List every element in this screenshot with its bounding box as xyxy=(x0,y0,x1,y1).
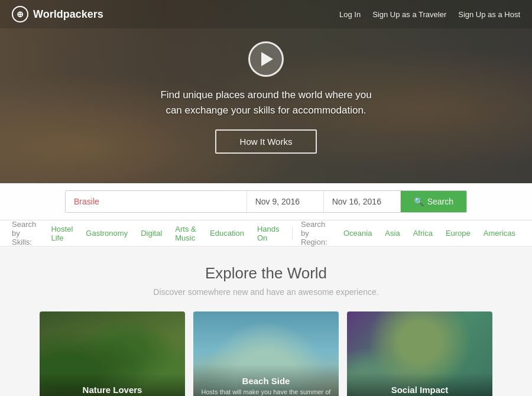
signup-traveler-link[interactable]: Sign Up as a Traveler xyxy=(372,10,446,19)
explore-title: Explore the World xyxy=(12,264,520,283)
card-beach-side[interactable]: Beach Side Hosts that will make you have… xyxy=(193,311,339,396)
logo-text: Worldpackers xyxy=(33,8,103,21)
card-nature-lovers[interactable]: Nature Lovers Breathe the fresh air of c… xyxy=(40,311,185,396)
signup-host-link[interactable]: Sign Up as a Host xyxy=(458,10,520,19)
search-date-start-input[interactable] xyxy=(247,191,324,212)
filter-digital[interactable]: Digital xyxy=(136,229,167,238)
filter-asia[interactable]: Asia xyxy=(380,229,404,238)
filter-arts-music[interactable]: Arts & Music xyxy=(170,225,202,242)
how-it-works-button[interactable]: How It Works xyxy=(215,129,317,154)
hero-tagline: Find unique places around the world wher… xyxy=(160,87,371,118)
filter-gastronomy[interactable]: Gastronomy xyxy=(81,229,132,238)
card-beach-desc: Hosts that will make you have the summer… xyxy=(200,388,332,396)
card-beach-overlay: Beach Side Hosts that will make you have… xyxy=(193,364,339,396)
play-button[interactable] xyxy=(248,41,284,77)
login-link[interactable]: Log In xyxy=(339,10,361,19)
filter-americas[interactable]: Americas xyxy=(479,229,520,238)
explore-subtitle: Discover somewhere new and have an aweso… xyxy=(12,287,520,297)
filter-europe[interactable]: Europe xyxy=(441,229,475,238)
card-grid-row1: Nature Lovers Breathe the fresh air of c… xyxy=(12,311,520,396)
search-button-label: Search xyxy=(427,197,453,206)
header-nav: Log In Sign Up as a Traveler Sign Up as … xyxy=(339,10,520,19)
search-icon: 🔍 xyxy=(414,197,424,206)
skills-label: Search by Skills: xyxy=(12,220,40,246)
explore-section: Explore the World Discover somewhere new… xyxy=(0,246,532,396)
card-social-title: Social Impact xyxy=(354,385,485,395)
search-bar: 🔍 Search xyxy=(65,190,467,213)
card-nature-title: Nature Lovers xyxy=(47,385,178,395)
region-label: Search by Region: xyxy=(301,220,333,246)
filter-education[interactable]: Education xyxy=(205,229,249,238)
filter-africa[interactable]: Africa xyxy=(408,229,437,238)
logo-icon: ⊕ xyxy=(12,6,28,22)
search-location-input[interactable] xyxy=(66,191,247,212)
filter-bar: Search by Skills: Hostel Life Gastronomy… xyxy=(0,220,532,246)
card-social-impact[interactable]: Social Impact Be the change you want to … xyxy=(347,311,492,396)
search-date-end-input[interactable] xyxy=(324,191,401,212)
search-button[interactable]: 🔍 Search xyxy=(401,191,466,212)
card-beach-title: Beach Side xyxy=(200,376,332,386)
card-social-overlay: Social Impact Be the change you want to … xyxy=(347,373,492,396)
card-nature-overlay: Nature Lovers Breathe the fresh air of c… xyxy=(40,373,185,396)
logo[interactable]: ⊕ Worldpackers xyxy=(12,6,103,22)
filter-hostel-life[interactable]: Hostel Life xyxy=(46,225,77,242)
filter-hands-on[interactable]: Hands On xyxy=(252,225,284,242)
filter-oceania[interactable]: Oceania xyxy=(339,229,377,238)
header: ⊕ Worldpackers Log In Sign Up as a Trave… xyxy=(0,0,532,28)
search-bar-wrapper: 🔍 Search xyxy=(0,183,532,220)
filter-divider xyxy=(292,228,293,239)
